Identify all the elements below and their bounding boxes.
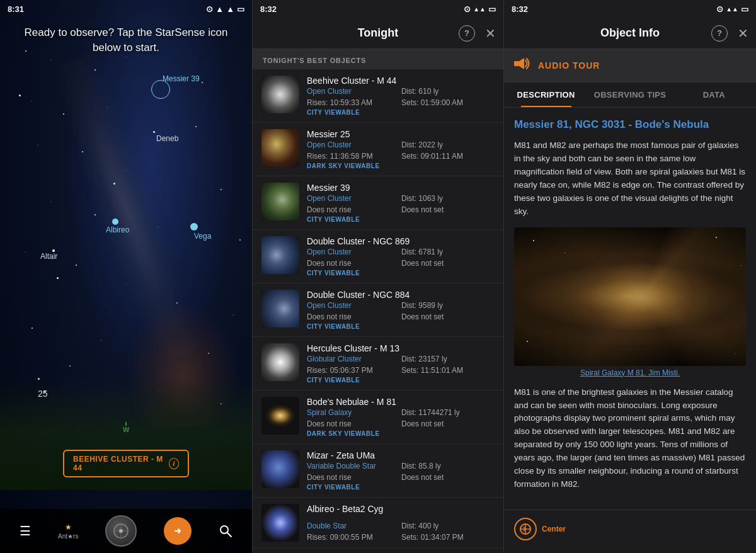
object-list-item[interactable]: Double Cluster - NGC 869 Open Cluster Di… <box>253 230 503 283</box>
search-nav-button[interactable] <box>219 524 232 538</box>
center-button[interactable] <box>514 518 537 540</box>
bottom-nav: ☰ ★ Ant★rs <box>0 509 252 553</box>
object-thumbnail <box>261 343 299 381</box>
viewable-badge: CITY VIEWABLE <box>307 109 495 116</box>
beehive-badge[interactable]: BEEHIVE CLUSTER - M 44 i <box>63 450 189 477</box>
object-rises: Rises: 11:36:58 PM <box>307 152 400 161</box>
object-name: Mizar - Zeta UMa <box>307 450 495 460</box>
object-thumbnail <box>261 76 299 113</box>
starmap-status-bar: 8:31 ⊙ ▲ ▲ ▭ <box>0 0 252 18</box>
object-type: Open Cluster <box>307 194 400 203</box>
galaxy-caption[interactable]: Spiral Galaxy M 81. Jim Misti. <box>514 368 746 377</box>
object-name: Hercules Cluster - M 13 <box>307 343 495 353</box>
object-list-item[interactable]: Messier 25 Open Cluster Dist: 2022 ly Ri… <box>253 123 503 176</box>
svg-line-6 <box>227 533 231 537</box>
viewable-badge: CITY VIEWABLE <box>307 323 495 330</box>
prompt-text: Ready to observe? Tap the StarSense icon… <box>0 25 252 55</box>
center-icon-svg <box>519 523 532 535</box>
object-sets: Sets: 01:59:00 AM <box>401 98 495 107</box>
info-signal-icon: ▲▲ <box>726 6 738 13</box>
tab-description[interactable]: DESCRIPTION <box>504 83 588 107</box>
object-type: Variable Double Star <box>307 462 400 470</box>
object-details: Double Cluster - NGC 869 Open Cluster Di… <box>307 236 495 276</box>
info-header-icons: ? ✕ <box>711 25 748 42</box>
tonight-battery-icon: ▭ <box>488 4 496 14</box>
info-scroll-area[interactable]: Messier 81, NGC 3031 - Bode's Nebula M81… <box>504 108 756 510</box>
object-thumbnail <box>261 450 299 488</box>
object-type: Open Cluster <box>307 248 400 256</box>
object-type: Double Star <box>307 522 400 530</box>
starmap-status-icons: ⊙ ▲ ▲ ▭ <box>206 4 244 14</box>
tab-observing-tips[interactable]: OBSERVING TIPS <box>588 83 672 107</box>
object-list-item[interactable]: Double Cluster - NGC 884 Open Cluster Di… <box>253 283 503 337</box>
info-status-icons: ⊙ ▲▲ ▭ <box>716 4 748 14</box>
info-icon[interactable]: i <box>169 458 179 469</box>
object-type: Globular Cluster <box>307 355 400 363</box>
info-spotify-icon: ⊙ <box>716 4 723 14</box>
objects-list[interactable]: Beehive Cluster - M 44 Open Cluster Dist… <box>253 69 503 553</box>
tonight-time: 8:32 <box>260 4 277 14</box>
object-dist: Dist: 6781 ly <box>401 248 495 258</box>
info-close-button[interactable]: ✕ <box>738 26 748 41</box>
object-name: Messier 39 <box>307 183 495 193</box>
battery-icon: ▭ <box>237 4 244 14</box>
galaxy-arms-overlay <box>514 227 746 366</box>
viewable-badge: CITY VIEWABLE <box>307 377 495 384</box>
share-button[interactable] <box>164 517 192 545</box>
tab-data[interactable]: DATA <box>672 83 756 107</box>
object-dist: Dist: 610 ly <box>401 87 495 97</box>
info-help-button[interactable]: ? <box>711 25 728 42</box>
object-rises: Does not rise <box>307 473 400 482</box>
object-list-item[interactable]: Mizar - Zeta UMa Variable Double Star Di… <box>253 444 503 498</box>
object-rises: Rises: 05:06:37 PM <box>307 366 400 375</box>
tonight-section-text: TONIGHT'S BEST OBJECTS <box>263 57 366 64</box>
info-time: 8:32 <box>512 4 528 14</box>
tonight-signal-icon: ▲▲ <box>473 6 486 13</box>
galaxy-image <box>514 227 746 366</box>
starmap-time: 8:31 <box>8 4 24 14</box>
object-dist: Dist: 1063 ly <box>401 194 495 204</box>
altair-label: Altair <box>40 252 57 261</box>
object-details: Bode's Nebulae - M 81 Spiral Galaxy Dist… <box>307 397 495 437</box>
starmap-panel: 8:31 ⊙ ▲ ▲ ▭ <box>0 0 252 553</box>
tonight-spotify-icon: ⊙ <box>464 4 471 14</box>
speaker-icon <box>514 57 532 71</box>
viewable-badge: DARK SKY VIEWABLE <box>307 430 495 437</box>
object-dist: Dist: 85.8 ly <box>401 462 495 472</box>
tonight-close-button[interactable]: ✕ <box>485 26 496 41</box>
info-panel: 8:32 ⊙ ▲▲ ▭ Object Info ? ✕ AUDIO TOUR <box>504 0 756 553</box>
object-name: Albireo - Beta2 Cyg <box>307 504 495 514</box>
tonight-panel: 8:32 ⊙ ▲▲ ▭ Tonight ? ✕ TONIGHT'S BEST O… <box>252 0 504 553</box>
deneb-star <box>153 131 155 133</box>
vega-label: Vega <box>194 232 211 241</box>
object-sets: Does not set <box>401 473 495 482</box>
tab-bar: DESCRIPTIONOBSERVING TIPSDATA <box>504 83 756 108</box>
object-list-item[interactable]: Albireo - Beta2 Cyg Double Star Dist: 40… <box>253 498 503 549</box>
object-list-item[interactable]: Bode's Nebulae - M 81 Spiral Galaxy Dist… <box>253 391 503 444</box>
tonight-section-header: TONIGHT'S BEST OBJECTS <box>253 49 503 69</box>
antares-nav-button[interactable]: ★ Ant★rs <box>58 523 78 540</box>
object-type: Open Cluster <box>307 301 400 310</box>
audio-tour-icon <box>514 57 532 74</box>
menu-nav-button[interactable]: ☰ <box>20 523 31 539</box>
object-name: Bode's Nebulae - M 81 <box>307 397 495 407</box>
object-title: Messier 81, NGC 3031 - Bode's Nebula <box>514 118 746 132</box>
beehive-badge-text: BEEHIVE CLUSTER - M 44 <box>73 455 164 472</box>
object-details: Beehive Cluster - M 44 Open Cluster Dist… <box>307 76 495 116</box>
search-icon <box>219 524 232 538</box>
tonight-help-button[interactable]: ? <box>459 25 475 42</box>
compass-w: W <box>123 422 129 433</box>
starsense-button[interactable] <box>105 515 137 547</box>
tonight-status-icons: ⊙ ▲▲ ▭ <box>464 4 496 14</box>
object-list-item[interactable]: Messier 39 Open Cluster Dist: 1063 ly Do… <box>253 176 503 230</box>
object-list-item[interactable]: Hercules Cluster - M 13 Globular Cluster… <box>253 337 503 391</box>
object-list-item[interactable]: Beehive Cluster - M 44 Open Cluster Dist… <box>253 69 503 123</box>
viewable-badge: CITY VIEWABLE <box>307 484 495 491</box>
num25-label: 25 <box>38 389 48 399</box>
audio-tour-bar[interactable]: AUDIO TOUR <box>504 49 756 83</box>
object-description-1: M81 and M82 are perhaps the most famous … <box>514 139 746 219</box>
viewable-badge: CITY VIEWABLE <box>307 270 495 276</box>
wifi-icon: ▲ <box>215 4 224 14</box>
object-rises: Does not rise <box>307 259 400 268</box>
object-details: Messier 39 Open Cluster Dist: 1063 ly Do… <box>307 183 495 223</box>
